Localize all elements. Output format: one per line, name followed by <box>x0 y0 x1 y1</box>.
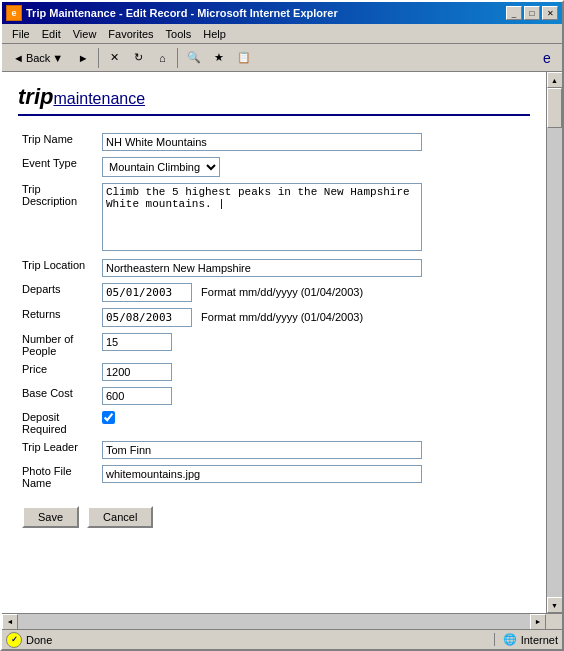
content-area: tripmaintenance Trip Name <box>2 72 562 613</box>
departs-format-hint: Format mm/dd/yyyy (01/04/2003) <box>201 286 363 298</box>
deposit-required-cell <box>98 408 530 438</box>
deposit-required-label: DepositRequired <box>18 408 98 438</box>
trip-leader-row: Trip Leader <box>18 438 530 462</box>
trip-name-label: Trip Name <box>18 130 98 154</box>
trip-description-cell: Climb the 5 highest peaks in the New Ham… <box>98 180 530 256</box>
photo-file-input[interactable] <box>102 465 422 483</box>
trip-leader-label: Trip Leader <box>18 438 98 462</box>
scroll-left-button[interactable]: ◄ <box>2 614 18 630</box>
main-scroll[interactable]: tripmaintenance Trip Name <box>2 72 546 613</box>
title-bar: e Trip Maintenance - Edit Record - Micro… <box>2 2 562 24</box>
toolbar-separator-2 <box>177 48 178 68</box>
base-cost-cell <box>98 384 530 408</box>
trip-name-input[interactable] <box>102 133 422 151</box>
trip-description-textarea[interactable]: Climb the 5 highest peaks in the New Ham… <box>102 183 422 251</box>
trip-location-label: Trip Location <box>18 256 98 280</box>
trip-location-row: Trip Location <box>18 256 530 280</box>
menu-file[interactable]: File <box>6 27 36 41</box>
photo-file-label: Photo FileName <box>18 462 98 492</box>
app-icon: e <box>6 5 22 21</box>
menu-favorites[interactable]: Favorites <box>102 27 159 41</box>
deposit-required-checkbox[interactable] <box>102 411 115 424</box>
status-left: ✓ Done <box>6 632 494 648</box>
button-row: Save Cancel <box>18 506 530 528</box>
departs-label: Departs <box>18 280 98 305</box>
scroll-down-button[interactable]: ▼ <box>547 597 563 613</box>
returns-format-hint: Format mm/dd/yyyy (01/04/2003) <box>201 311 363 323</box>
scroll-thumb[interactable] <box>547 88 562 128</box>
bottom-scrollbar[interactable]: ◄ ► <box>2 613 562 629</box>
cancel-button[interactable]: Cancel <box>87 506 153 528</box>
deposit-required-row: DepositRequired <box>18 408 530 438</box>
history-button[interactable]: 📋 <box>232 47 256 69</box>
photo-file-cell <box>98 462 530 492</box>
form-table: Trip Name Event Type Mountain Climbing <box>18 130 530 492</box>
menu-edit[interactable]: Edit <box>36 27 67 41</box>
back-arrow-icon: ◄ <box>13 52 24 64</box>
returns-label: Returns <box>18 305 98 330</box>
save-button[interactable]: Save <box>22 506 79 528</box>
base-cost-row: Base Cost <box>18 384 530 408</box>
trip-location-input[interactable] <box>102 259 422 277</box>
menu-view[interactable]: View <box>67 27 103 41</box>
num-people-input[interactable] <box>102 333 172 351</box>
num-people-cell <box>98 330 530 360</box>
refresh-button[interactable]: ↻ <box>127 47 149 69</box>
scroll-up-button[interactable]: ▲ <box>547 72 563 88</box>
price-label: Price <box>18 360 98 384</box>
photo-file-row: Photo FileName <box>18 462 530 492</box>
stop-button[interactable]: ✕ <box>103 47 125 69</box>
maximize-button[interactable]: □ <box>524 6 540 20</box>
scroll-right-button[interactable]: ► <box>530 614 546 630</box>
base-cost-input[interactable] <box>102 387 172 405</box>
status-bar: ✓ Done 🌐 Internet <box>2 629 562 649</box>
status-icon: ✓ <box>6 632 22 648</box>
returns-input[interactable] <box>102 308 192 327</box>
menu-help[interactable]: Help <box>197 27 232 41</box>
event-type-select[interactable]: Mountain Climbing Hiking Camping Skiing <box>102 157 220 177</box>
trip-description-row: TripDescription Climb the 5 highest peak… <box>18 180 530 256</box>
ie-icon-button[interactable]: e <box>536 47 558 69</box>
status-right: 🌐 Internet <box>494 633 558 646</box>
main-window: e Trip Maintenance - Edit Record - Micro… <box>0 0 564 651</box>
trip-leader-cell <box>98 438 530 462</box>
departs-input[interactable] <box>102 283 192 302</box>
back-button[interactable]: ◄ Back ▼ <box>6 47 70 69</box>
search-button[interactable]: 🔍 <box>182 47 206 69</box>
title-controls: _ □ ✕ <box>506 6 558 20</box>
trip-name-cell <box>98 130 530 154</box>
page-title-bold: trip <box>18 84 53 109</box>
toolbar: ◄ Back ▼ ► ✕ ↻ ⌂ 🔍 ★ 📋 e <box>2 44 562 72</box>
num-people-row: Number ofPeople <box>18 330 530 360</box>
departs-cell: Format mm/dd/yyyy (01/04/2003) <box>98 280 530 305</box>
favorites-button[interactable]: ★ <box>208 47 230 69</box>
price-cell <box>98 360 530 384</box>
forward-button[interactable]: ► <box>72 47 94 69</box>
home-button[interactable]: ⌂ <box>151 47 173 69</box>
event-type-cell: Mountain Climbing Hiking Camping Skiing <box>98 154 530 180</box>
menu-bar: File Edit View Favorites Tools Help <box>2 24 562 44</box>
back-dropdown-icon: ▼ <box>52 52 63 64</box>
page-title-light: maintenance <box>53 90 145 107</box>
trip-location-cell <box>98 256 530 280</box>
price-row: Price <box>18 360 530 384</box>
page-header: tripmaintenance <box>18 84 530 116</box>
back-label: Back <box>26 52 50 64</box>
scroll-htrack[interactable] <box>18 614 530 629</box>
event-type-row: Event Type Mountain Climbing Hiking Camp… <box>18 154 530 180</box>
close-button[interactable]: ✕ <box>542 6 558 20</box>
title-bar-left: e Trip Maintenance - Edit Record - Micro… <box>6 5 338 21</box>
internet-globe-icon: 🌐 <box>503 633 517 646</box>
trip-leader-input[interactable] <box>102 441 422 459</box>
price-input[interactable] <box>102 363 172 381</box>
departs-row: Departs Format mm/dd/yyyy (01/04/2003) <box>18 280 530 305</box>
status-text: Done <box>26 634 52 646</box>
num-people-label: Number ofPeople <box>18 330 98 360</box>
toolbar-separator-1 <box>98 48 99 68</box>
menu-tools[interactable]: Tools <box>160 27 198 41</box>
event-type-label: Event Type <box>18 154 98 180</box>
scroll-track[interactable] <box>547 88 562 597</box>
right-scrollbar[interactable]: ▲ ▼ <box>546 72 562 613</box>
minimize-button[interactable]: _ <box>506 6 522 20</box>
scrollbar-corner <box>546 614 562 630</box>
